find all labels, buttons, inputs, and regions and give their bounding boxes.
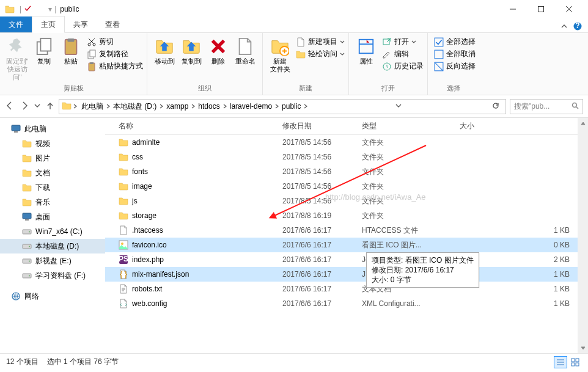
sidebar-drive-f[interactable]: 学习资料盘 (F:): [0, 268, 105, 283]
recent-locations-button[interactable]: [34, 102, 40, 111]
col-size[interactable]: 大小: [460, 121, 588, 131]
col-type[interactable]: 类型: [362, 121, 460, 131]
sidebar-desktop[interactable]: 桌面: [0, 210, 105, 224]
open-button[interactable]: 打开: [382, 37, 424, 47]
file-row[interactable]: storage2017/8/8 16:19文件夹: [105, 208, 588, 223]
breadcrumb-segment[interactable]: public: [279, 102, 303, 111]
file-row[interactable]: favicon.ico2017/6/6 16:17看图王 ICO 图片...0 …: [105, 238, 588, 252]
file-type: XML Configurati...: [362, 299, 460, 308]
breadcrumb-segment[interactable]: 此电脑: [79, 102, 106, 111]
sidebar-music[interactable]: 音乐: [0, 195, 105, 210]
breadcrumb-segment[interactable]: laravel-demo: [227, 102, 274, 111]
ribbon-collapse-button[interactable]: [561, 23, 567, 32]
pin-to-quick-access-button[interactable]: 固定到" 快速访问": [4, 35, 31, 81]
address-expand-button[interactable]: [395, 102, 402, 111]
delete-button[interactable]: 删除: [205, 35, 232, 65]
file-name: image: [132, 182, 152, 191]
maximize-button[interactable]: [527, 0, 555, 18]
edit-button[interactable]: 编辑: [382, 49, 424, 59]
sidebar-drive-c[interactable]: Win7_x64 (C:): [0, 224, 105, 239]
copy-path-button[interactable]: 复制路径: [87, 49, 143, 59]
status-item-count: 12 个项目: [6, 357, 39, 367]
breadcrumb-segment[interactable]: htdocs: [196, 102, 222, 111]
rename-button[interactable]: 重命名: [232, 35, 259, 65]
forward-button[interactable]: [20, 101, 29, 112]
file-row[interactable]: mix-manifest.json2017/6/6 16:17JSON 文件1 …: [105, 267, 588, 282]
cut-button[interactable]: 剪切: [87, 37, 143, 47]
file-row[interactable]: index.php2017/6/6 16:17JetBrains PhpSto.…: [105, 252, 588, 267]
file-row[interactable]: image2017/8/5 14:56文件夹: [105, 179, 588, 194]
file-type: 文件夹: [362, 137, 460, 148]
up-button[interactable]: [45, 101, 55, 112]
folder-icon: [119, 152, 128, 162]
address-bar[interactable]: 此电脑本地磁盘 (D:)xampphtdocslaravel-demopubli…: [59, 99, 506, 114]
file-row[interactable]: fonts2017/8/5 14:56文件夹: [105, 164, 588, 179]
file-type: 文件夹: [362, 152, 460, 162]
sidebar-pictures[interactable]: 图片: [0, 151, 105, 166]
help-button[interactable]: ?: [573, 22, 582, 32]
view-icons-button[interactable]: [568, 356, 582, 368]
move-to-button[interactable]: 移动到: [151, 35, 178, 65]
select-all-button[interactable]: 全部选择: [434, 37, 476, 47]
php-icon: [119, 255, 128, 264]
chevron-right-icon[interactable]: [274, 102, 279, 111]
file-row[interactable]: .htaccess2017/6/6 16:17HTACCESS 文件1 KB: [105, 223, 588, 238]
file-row[interactable]: web.config2017/6/6 16:17XML Configurati.…: [105, 296, 588, 311]
column-headers[interactable]: 名称 修改日期 类型 大小: [105, 118, 588, 135]
sidebar-videos[interactable]: 视频: [0, 136, 105, 151]
search-input[interactable]: 搜索"pub...: [510, 99, 583, 114]
chevron-right-icon[interactable]: [303, 102, 308, 111]
col-date[interactable]: 修改日期: [282, 121, 362, 131]
folder-icon: [119, 196, 128, 206]
file-row[interactable]: robots.txt2017/6/6 16:17文本文档1 KB: [105, 282, 588, 296]
easy-access-button[interactable]: 轻松访问: [296, 49, 345, 59]
properties-button[interactable]: 属性: [353, 35, 380, 65]
sidebar-network[interactable]: 网络: [0, 289, 105, 304]
file-row[interactable]: css2017/8/5 14:56文件夹: [105, 150, 588, 164]
file-size: 0 KB: [460, 241, 588, 249]
svg-rect-21: [538, 6, 544, 12]
sidebar-documents[interactable]: 文档: [0, 166, 105, 180]
new-item-button[interactable]: 新建项目: [296, 37, 345, 47]
paste-shortcut-button[interactable]: 粘贴快捷方式: [87, 61, 143, 71]
breadcrumb-segment[interactable]: 本地磁盘 (D:): [111, 102, 159, 111]
chevron-right-icon[interactable]: [106, 102, 111, 111]
new-folder-button[interactable]: 新建 文件夹: [266, 35, 293, 73]
copy-button[interactable]: 复制: [31, 35, 57, 65]
sidebar-drive-d[interactable]: 本地磁盘 (D:): [0, 239, 105, 253]
file-row[interactable]: js2017/8/5 14:56文件夹: [105, 194, 588, 208]
copy-to-button[interactable]: 复制到: [178, 35, 205, 65]
paste-button[interactable]: 粘贴: [57, 35, 84, 65]
tab-home[interactable]: 主页: [32, 16, 65, 33]
col-name[interactable]: 名称: [105, 121, 282, 131]
breadcrumb-segment[interactable]: xampp: [164, 102, 191, 111]
ribbon-tabs: 文件 主页 共享 查看 ?: [0, 18, 588, 33]
view-details-button[interactable]: [554, 356, 567, 368]
tab-view[interactable]: 查看: [97, 16, 128, 32]
search-placeholder: 搜索"pub...: [514, 101, 549, 112]
close-button[interactable]: [555, 0, 583, 18]
sidebar-drive-e[interactable]: 影视盘 (E:): [0, 253, 105, 268]
sidebar-this-pc[interactable]: 此电脑: [0, 122, 105, 136]
json-icon: [119, 269, 128, 279]
file-row[interactable]: adminlte2017/8/5 14:56文件夹: [105, 135, 588, 150]
tab-share[interactable]: 共享: [65, 16, 97, 32]
file-name: mix-manifest.json: [132, 270, 189, 279]
quick-access-folder-icon[interactable]: [36, 4, 46, 14]
quick-access-check-icon[interactable]: [24, 4, 34, 14]
scrollbar[interactable]: [578, 118, 588, 353]
refresh-button[interactable]: [488, 102, 503, 111]
invert-selection-button[interactable]: 反向选择: [434, 61, 476, 71]
back-button[interactable]: [5, 101, 15, 112]
file-type: HTACCESS 文件: [362, 225, 460, 236]
minimize-button[interactable]: [499, 0, 527, 18]
select-none-button[interactable]: 全部取消: [434, 49, 476, 59]
svg-point-26: [573, 103, 577, 107]
file-date: 2017/8/5 14:56: [282, 197, 362, 205]
tab-file[interactable]: 文件: [0, 16, 32, 32]
txt-icon: [119, 284, 128, 294]
sidebar-downloads[interactable]: 下载: [0, 180, 105, 195]
chevron-right-icon[interactable]: [222, 102, 227, 111]
history-button[interactable]: 历史记录: [382, 61, 424, 71]
file-date: 2017/6/6 16:17: [282, 241, 362, 249]
